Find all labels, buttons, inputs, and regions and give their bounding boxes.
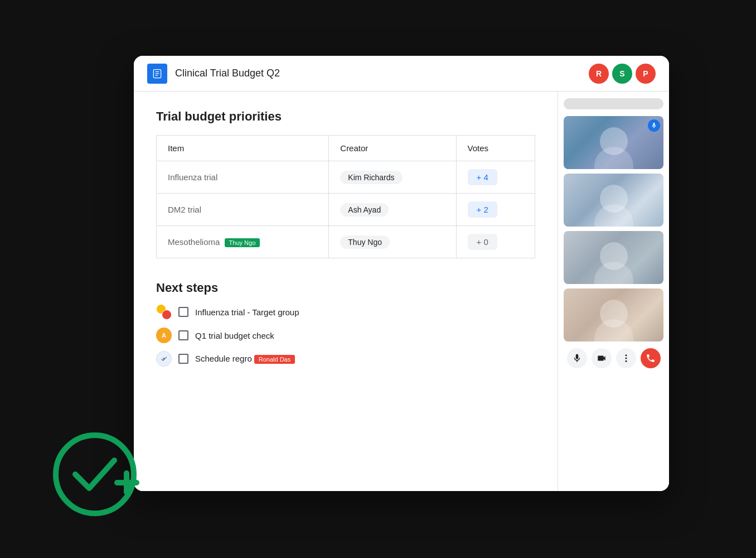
avatar-r: R [589,64,609,84]
vote-chip[interactable]: + 4 [468,169,497,185]
video-tile-1 [564,116,663,169]
task-text-partial: Schedule regro [195,354,252,363]
more-vert-icon [621,353,631,363]
vote-chip[interactable]: + 2 [468,201,497,218]
votes-cell: + 0 [456,226,535,258]
creator-chip: Ash Ayad [340,203,389,217]
item-cell: Influenza trial [157,161,329,194]
task-avatar-add [156,351,172,367]
table-row: DM2 trial Ash Ayad + 2 [157,194,535,226]
call-controls [564,348,663,368]
list-item: A Q1 trial budget check [156,328,535,343]
video-sidebar [558,92,669,491]
mic-ctrl-icon [572,353,582,363]
end-call-button[interactable] [641,348,661,368]
votes-cell: + 4 [456,161,535,194]
avatar-mini-2 [162,310,172,320]
avatar-s: S [612,64,632,84]
header-bar: Clinical Trial Budget Q2 R S P [134,56,669,92]
creator-cell: Thuy Ngo [329,226,456,258]
person-body [594,262,633,284]
add-task-icon [160,355,168,363]
active-speaker-badge [648,119,660,132]
cursor-tooltip-ronald: Ronald Das [254,355,295,364]
table-header-row: Item Creator Votes [157,136,535,161]
list-item: Influenza trial - Target group [156,304,535,320]
task-checkbox[interactable] [178,354,188,364]
docs-svg [152,68,163,79]
vote-chip[interactable]: + 0 [468,234,497,250]
task-text: Q1 trial budget check [195,331,274,340]
table-row: Mesothelioma Thuy Ngo Thuy Ngo + 0 [157,226,535,258]
docs-icon [147,64,167,84]
video-tile-4 [564,288,663,341]
more-options-button[interactable] [616,348,636,368]
col-creator: Creator [329,136,456,161]
scene: Clinical Trial Budget Q2 R S P Trial bud… [0,0,756,558]
svg-point-9 [625,354,627,356]
collaborator-avatars: R S P [589,64,656,84]
avatar-letter: A [162,332,166,339]
table-row: Influenza trial Kim Richards + 4 [157,161,535,194]
creator-chip: Kim Richards [340,171,402,184]
budget-section-title: Trial budget priorities [156,109,535,124]
task-avatar: A [156,328,172,343]
document-area: Trial budget priorities Item Creator Vot… [134,92,558,491]
task-checkbox[interactable] [178,330,188,340]
main-window: Clinical Trial Budget Q2 R S P Trial bud… [134,56,669,491]
creator-chip: Thuy Ngo [340,235,390,249]
item-text: Mesothelioma [168,237,220,247]
person-body [594,319,633,341]
creator-cell: Ash Ayad [329,194,456,226]
video-top-bar [564,98,663,109]
svg-point-0 [56,435,134,513]
task-list: Influenza trial - Target group A Q1 tria… [156,304,535,367]
next-steps-title: Next steps [156,281,535,295]
item-cell: Mesothelioma Thuy Ngo [157,226,329,258]
item-cell: DM2 trial [157,194,329,226]
list-item: Schedule regroRonald Das [156,351,535,367]
svg-point-10 [625,358,627,359]
camera-ctrl-icon [597,353,607,363]
votes-cell: + 2 [456,194,535,226]
camera-button[interactable] [592,348,612,368]
video-tile-3 [564,231,663,284]
col-item: Item [157,136,329,161]
svg-point-11 [625,360,627,362]
task-avatar-double [156,304,172,320]
document-title: Clinical Trial Budget Q2 [175,68,589,79]
microphone-button[interactable] [567,348,587,368]
cursor-tooltip-thuy: Thuy Ngo [225,238,260,247]
video-tile-2 [564,174,663,227]
person-body [594,147,633,169]
task-checkbox[interactable] [178,307,188,317]
mic-icon [651,122,657,129]
task-text: Influenza trial - Target group [195,307,299,317]
task-text: Schedule regroRonald Das [195,354,295,364]
person-body [594,204,633,227]
content-area: Trial budget priorities Item Creator Vot… [134,92,669,491]
budget-table: Item Creator Votes Influenza trial Kim R… [156,135,535,258]
avatar-p: P [636,64,656,84]
creator-cell: Kim Richards [329,161,456,194]
col-votes: Votes [456,136,535,161]
checkmark-icon [50,419,151,519]
end-call-icon [646,353,656,363]
